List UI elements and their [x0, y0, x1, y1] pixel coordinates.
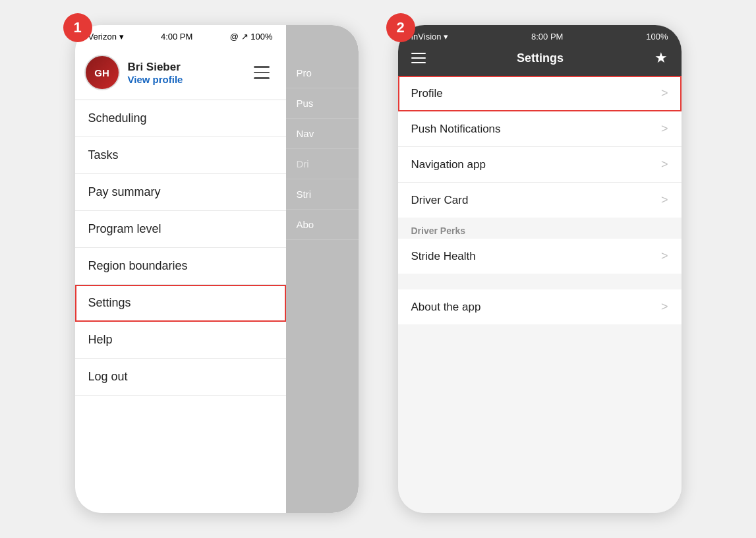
chevron-about-app: >	[661, 300, 668, 314]
stride-health-label: Stride Health	[411, 250, 476, 263]
push-notifications-label: Push Notifications	[411, 123, 501, 136]
status-bar-2: InVision ▾ 8:00 PM 100%	[398, 25, 682, 45]
menu-item-help[interactable]: Help	[75, 322, 286, 359]
user-name: Bri Sieber	[128, 61, 183, 74]
chevron-profile: >	[661, 86, 668, 100]
hamburger2-line-2	[411, 57, 426, 59]
driver-perks-divider: Driver Perks	[398, 218, 682, 239]
settings-row-navigation-app[interactable]: Navigation app >	[398, 147, 682, 183]
carrier2-label: InVision ▾	[411, 32, 449, 42]
overlay-item-pus: Pus	[286, 88, 359, 119]
settings-row-stride-health[interactable]: Stride Health >	[398, 239, 682, 274]
phone2: InVision ▾ 8:00 PM 100% Settings ★ Profi…	[398, 25, 682, 513]
hamburger2-line-1	[411, 53, 426, 54]
battery-label: @ ↗ 100%	[230, 32, 273, 42]
carrier-label: Verizon ▾	[88, 32, 124, 42]
hamburger-button[interactable]	[250, 61, 273, 84]
menu-list: Scheduling Tasks Pay summary Program lev…	[75, 100, 286, 513]
chevron-navigation-app: >	[661, 158, 668, 171]
driver-card-label: Driver Card	[411, 194, 469, 207]
menu-item-log-out[interactable]: Log out	[75, 359, 286, 396]
battery2-label: 100%	[646, 32, 668, 42]
overlay-item-pro: Pro	[286, 58, 359, 88]
settings-title: Settings	[517, 51, 564, 65]
profile-info: Bri Sieber View profile	[128, 61, 183, 85]
menu-item-pay-summary[interactable]: Pay summary	[75, 174, 286, 211]
about-app-label: About the app	[411, 301, 481, 314]
chevron-driver-card: >	[661, 193, 668, 207]
step-badge-2: 2	[386, 13, 415, 42]
overlay-item-stri: Stri	[286, 179, 359, 210]
hamburger2-line-3	[411, 62, 426, 63]
settings-section-1: Profile > Push Notifications > Navigatio…	[398, 76, 682, 218]
time2-label: 8:00 PM	[531, 32, 563, 42]
menu-item-program-level[interactable]: Program level	[75, 211, 286, 248]
menu-item-tasks[interactable]: Tasks	[75, 137, 286, 174]
hamburger2-button[interactable]	[411, 53, 426, 63]
settings-row-profile[interactable]: Profile >	[398, 76, 682, 111]
avatar-initials: GH	[94, 67, 109, 78]
menu-item-settings[interactable]: Settings	[75, 285, 286, 322]
profile-label: Profile	[411, 87, 443, 100]
star-icon[interactable]: ★	[654, 49, 668, 67]
hamburger-line-1	[254, 66, 270, 68]
settings-row-about-app[interactable]: About the app >	[398, 289, 682, 324]
overlay-item-dri: Dri	[286, 149, 359, 179]
profile-header: GH Bri Sieber View profile	[75, 45, 286, 100]
settings-section-about: About the app >	[398, 289, 682, 324]
overlay-item-abo: Abo	[286, 210, 359, 240]
step-badge-1: 1	[63, 13, 92, 42]
phone1-overlay: Pro Pus Nav Dri Stri Abo	[286, 25, 359, 513]
overlay-item-nav: Nav	[286, 119, 359, 149]
view-profile-link[interactable]: View profile	[128, 74, 183, 85]
settings-section-perks: Stride Health >	[398, 239, 682, 274]
phone1-main: Verizon ▾ 4:00 PM @ ↗ 100% GH Bri Sieber…	[75, 25, 286, 513]
phone2-wrapper: 2 InVision ▾ 8:00 PM 100% Settings ★ Pro…	[398, 25, 682, 513]
settings-row-driver-card[interactable]: Driver Card >	[398, 183, 682, 218]
driver-perks-label: Driver Perks	[411, 225, 466, 236]
menu-item-region-boundaries[interactable]: Region boundaries	[75, 248, 286, 285]
menu-item-scheduling[interactable]: Scheduling	[75, 100, 286, 137]
settings-body: Profile > Push Notifications > Navigatio…	[398, 76, 682, 513]
settings-header: Settings ★	[398, 45, 682, 76]
hamburger-line-2	[254, 72, 270, 74]
wifi-icon: ▾	[119, 32, 124, 42]
hamburger-line-3	[254, 77, 270, 79]
time-label: 4:00 PM	[161, 32, 192, 42]
status-bar-1: Verizon ▾ 4:00 PM @ ↗ 100%	[75, 25, 286, 45]
chevron-push-notifications: >	[661, 122, 668, 136]
phone1-wrapper: 1 Verizon ▾ 4:00 PM @ ↗ 100% GH	[75, 25, 359, 513]
chevron-stride-health: >	[661, 249, 668, 263]
avatar: GH	[84, 55, 120, 90]
navigation-app-label: Navigation app	[411, 158, 486, 171]
about-divider	[398, 274, 682, 289]
profile-left: GH Bri Sieber View profile	[84, 55, 183, 90]
phone1: Verizon ▾ 4:00 PM @ ↗ 100% GH Bri Sieber…	[75, 25, 359, 513]
settings-row-push-notifications[interactable]: Push Notifications >	[398, 111, 682, 147]
